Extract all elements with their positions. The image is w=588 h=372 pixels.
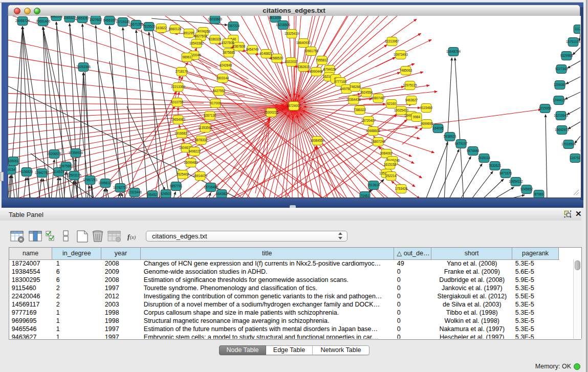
svg-text:15692971: 15692971 — [555, 128, 570, 132]
svg-text:9827503: 9827503 — [194, 34, 207, 38]
svg-text:6794028: 6794028 — [323, 68, 336, 71]
svg-text:10958117: 10958117 — [98, 181, 113, 185]
svg-text:17957253: 17957253 — [83, 178, 98, 182]
svg-text:12942757: 12942757 — [35, 171, 50, 174]
svg-text:891295: 891295 — [183, 31, 194, 35]
svg-text:16914479: 16914479 — [193, 174, 208, 178]
svg-text:30975867: 30975867 — [59, 164, 74, 168]
svg-text:7357224: 7357224 — [227, 24, 240, 28]
svg-text:17016504: 17016504 — [561, 142, 576, 146]
svg-text:6466160: 6466160 — [103, 18, 116, 22]
svg-text:18807249: 18807249 — [371, 140, 386, 143]
svg-text:9777169: 9777169 — [334, 80, 347, 83]
svg-text:16671355: 16671355 — [129, 23, 144, 26]
svg-text:7955812: 7955812 — [316, 58, 329, 62]
svg-text:9882226: 9882226 — [50, 16, 63, 18]
svg-text:924503: 924503 — [160, 192, 171, 195]
svg-text:8427552: 8427552 — [213, 89, 226, 93]
svg-text:16210643: 16210643 — [554, 114, 569, 117]
svg-text:9699695: 9699695 — [421, 122, 433, 125]
svg-text:98961: 98961 — [182, 55, 191, 59]
svg-text:3498222: 3498222 — [188, 149, 201, 153]
svg-text:1065327: 1065327 — [63, 16, 76, 19]
svg-text:62160: 62160 — [387, 102, 396, 105]
svg-text:7632621: 7632621 — [489, 164, 502, 167]
svg-text:95452: 95452 — [148, 193, 157, 196]
svg-text:12213967: 12213967 — [385, 39, 400, 43]
svg-text:9227343: 9227343 — [555, 67, 568, 71]
svg-text:6479197: 6479197 — [455, 142, 468, 145]
svg-text:1209387: 1209387 — [554, 83, 567, 86]
svg-text:3215958: 3215958 — [539, 106, 552, 110]
svg-text:3624554: 3624554 — [360, 91, 373, 94]
svg-text:12975115: 12975115 — [403, 83, 417, 87]
svg-text:9463627: 9463627 — [405, 98, 418, 102]
svg-text:87969: 87969 — [534, 192, 543, 196]
svg-text:70461: 70461 — [360, 194, 369, 198]
svg-text:917006: 917006 — [210, 101, 221, 105]
svg-text:9146821: 9146821 — [260, 52, 273, 55]
svg-text:7515520: 7515520 — [143, 25, 156, 28]
svg-text:8454749: 8454749 — [246, 48, 259, 51]
svg-text:17359934: 17359934 — [69, 151, 83, 155]
svg-text:18640910: 18640910 — [296, 41, 311, 45]
svg-text:10653267: 10653267 — [75, 16, 90, 20]
svg-text:16782759: 16782759 — [113, 186, 128, 189]
svg-text:3875685: 3875685 — [223, 51, 235, 54]
svg-text:9857791: 9857791 — [170, 184, 183, 188]
svg-text:1010755: 1010755 — [171, 100, 184, 104]
svg-text:5938923: 5938923 — [444, 135, 456, 138]
svg-text:20691406: 20691406 — [36, 19, 51, 23]
svg-text:9242848: 9242848 — [220, 63, 232, 67]
svg-text:1753426: 1753426 — [395, 187, 408, 190]
svg-text:9474444: 9474444 — [467, 149, 480, 152]
svg-text:21053346: 21053346 — [76, 65, 91, 69]
svg-text:3267130: 3267130 — [204, 114, 216, 117]
svg-text:19218506: 19218506 — [276, 23, 291, 27]
svg-text:10719185: 10719185 — [116, 20, 130, 24]
svg-text:8990448: 8990448 — [310, 70, 323, 73]
svg-text:116753: 116753 — [570, 156, 580, 160]
svg-text:335061: 335061 — [8, 159, 19, 163]
svg-text:15720407: 15720407 — [361, 119, 376, 122]
svg-text:11123: 11123 — [575, 27, 580, 31]
svg-text:16648784: 16648784 — [446, 50, 461, 53]
svg-text:20364436: 20364436 — [346, 98, 361, 101]
svg-text:163822: 163822 — [156, 26, 167, 30]
svg-text:15325419: 15325419 — [285, 32, 299, 35]
svg-text:2935114: 2935114 — [478, 156, 491, 160]
svg-text:252214: 252214 — [385, 174, 397, 178]
svg-text:7625402: 7625402 — [177, 172, 189, 176]
svg-text:8186328: 8186328 — [209, 37, 222, 41]
svg-text:15716485: 15716485 — [204, 185, 219, 189]
svg-text:10961758: 10961758 — [304, 49, 319, 53]
svg-text:8471676: 8471676 — [499, 171, 512, 175]
svg-text:8813054: 8813054 — [269, 16, 282, 19]
svg-text:2367608: 2367608 — [233, 45, 246, 48]
svg-text:19654983: 19654983 — [171, 118, 186, 121]
svg-text:164095: 164095 — [432, 126, 444, 130]
svg-text:10025433: 10025433 — [394, 108, 409, 112]
svg-text:18724007: 18724007 — [287, 104, 301, 107]
svg-text:9084067: 9084067 — [380, 151, 393, 155]
svg-text:24055724: 24055724 — [15, 19, 30, 23]
svg-text:39154: 39154 — [8, 168, 15, 171]
svg-text:9329966: 9329966 — [560, 54, 573, 57]
svg-text:8660128: 8660128 — [169, 27, 182, 31]
svg-text:11353594: 11353594 — [198, 126, 212, 129]
svg-text:10807487: 10807487 — [371, 96, 386, 100]
svg-text:10654112: 10654112 — [509, 180, 523, 183]
svg-text:19166827: 19166827 — [175, 132, 189, 135]
svg-text:746266: 746266 — [350, 85, 361, 89]
svg-text:7386322: 7386322 — [354, 108, 366, 112]
svg-text:7485063: 7485063 — [400, 69, 412, 72]
svg-text:25300215: 25300215 — [264, 111, 279, 114]
svg-text:10973493: 10973493 — [394, 53, 408, 56]
svg-text:1615152: 1615152 — [384, 163, 397, 166]
svg-text:16033809: 16033809 — [208, 17, 223, 21]
svg-text:19384554: 19384554 — [310, 139, 325, 142]
svg-text:12323446: 12323446 — [127, 190, 142, 194]
svg-text:1156829: 1156829 — [20, 170, 33, 173]
svg-text:2718170: 2718170 — [176, 70, 188, 73]
svg-text:1513614: 1513614 — [367, 183, 380, 187]
